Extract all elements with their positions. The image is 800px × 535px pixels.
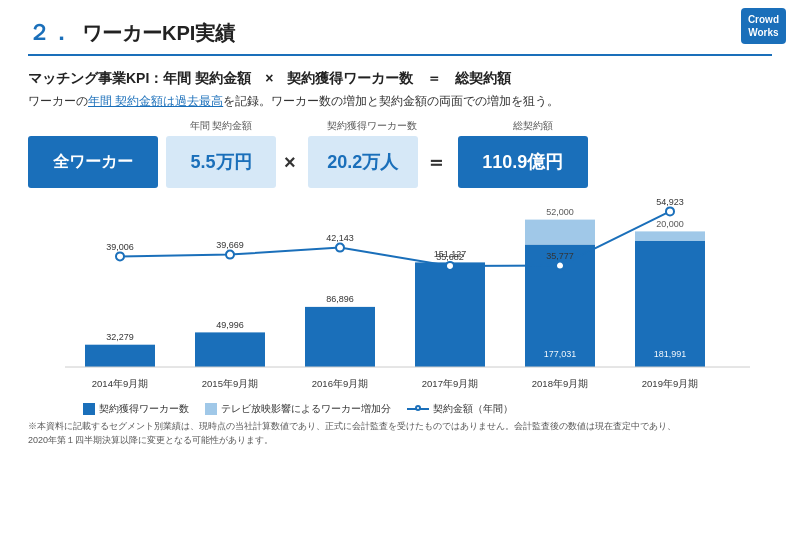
legend-label-tv: テレビ放映影響によるワーカー増加分 — [221, 402, 391, 416]
x-label-2019: 2019年9月期 — [642, 378, 698, 389]
bar-2014-base — [85, 345, 155, 367]
kpi-card-total-value: 110.9億円 — [458, 136, 588, 188]
legend-box-tv — [205, 403, 217, 415]
kpi-sub-highlight: 年間 契約金額は過去最高 — [88, 95, 223, 107]
line-dot-2015 — [226, 251, 234, 259]
bar-line-chart: 32,279 49,996 86,896 151,127 52,000 177,… — [28, 192, 772, 402]
line-dot-2019 — [666, 207, 674, 215]
legend-item-line: 契約金額（年間） — [407, 402, 513, 416]
section-title: ワーカーKPI実績 — [82, 20, 235, 47]
legend-label-workers: 契約獲得ワーカー数 — [99, 402, 189, 416]
kpi-sub-text: ワーカーの年間 契約金額は過去最高を記録。ワーカー数の増加と契約金額の両面での増… — [28, 94, 772, 109]
x-label-2015: 2015年9月期 — [202, 378, 258, 389]
line-label-2019: 54,923 — [656, 197, 684, 207]
bar-2015-label: 49,996 — [216, 320, 244, 330]
line-dot-2017 — [446, 262, 454, 270]
x-label-2017: 2017年9月期 — [422, 378, 478, 389]
bar-2019-base-label: 181,991 — [654, 349, 687, 359]
legend-box-workers — [83, 403, 95, 415]
label-annual: 年間 契約金額 — [166, 119, 276, 133]
kpi-card-acquired-value: 20.2万人 — [308, 136, 418, 188]
x-label-2016: 2016年9月期 — [312, 378, 368, 389]
label-total: 総契約額 — [468, 119, 598, 133]
line-dot-2018 — [556, 262, 564, 270]
section-number: ２． — [28, 18, 72, 48]
line-dot-2016 — [336, 244, 344, 252]
line-label-2016: 42,143 — [326, 233, 354, 243]
bar-2018-tv — [525, 220, 595, 245]
legend-item-workers: 契約獲得ワーカー数 — [83, 402, 189, 416]
kpi-formula: マッチング事業KPI：年間 契約金額 × 契約獲得ワーカー数 ＝ 総契約額 — [28, 70, 772, 88]
bar-2018-base-label: 177,031 — [544, 349, 577, 359]
kpi-card-annual-value: 5.5万円 — [166, 136, 276, 188]
bar-2019-tv-label: 20,000 — [656, 219, 684, 229]
bar-2019-tv — [635, 231, 705, 241]
line-label-2014: 39,006 — [106, 242, 134, 252]
footnote-text: 本資料に記載するセグメント別業績は、現時点の当社計算数値であり、正式に会計監査を… — [28, 421, 676, 445]
kpi-cards-row: 全ワーカー 5.5万円 × 20.2万人 ＝ 110.9億円 — [28, 136, 772, 188]
legend-item-tv: テレビ放映影響によるワーカー増加分 — [205, 402, 391, 416]
line-dot-2014 — [116, 252, 124, 260]
line-label-2018: 35,777 — [546, 251, 574, 261]
bar-2018-tv-label: 52,000 — [546, 207, 574, 217]
legend-line-icon — [407, 403, 429, 415]
footnote: ※本資料に記載するセグメント別業績は、現時点の当社計算数値であり、正式に会計監査… — [28, 420, 772, 447]
crowdworks-logo: CrowdWorks — [741, 8, 786, 44]
page: CrowdWorks ２． ワーカーKPI実績 マッチング事業KPI：年間 契約… — [0, 0, 800, 535]
kpi-card-all-workers: 全ワーカー — [28, 136, 158, 188]
bar-2017-base — [415, 262, 485, 367]
x-label-2014: 2014年9月期 — [92, 378, 148, 389]
kpi-multiply: × — [276, 151, 304, 174]
kpi-formula-text: マッチング事業KPI：年間 契約金額 × 契約獲得ワーカー数 ＝ 総契約額 — [28, 70, 511, 88]
legend-label-line: 契約金額（年間） — [433, 402, 513, 416]
x-label-2018: 2018年9月期 — [532, 378, 588, 389]
section-header: ２． ワーカーKPI実績 — [28, 18, 772, 56]
chart-area: 32,279 49,996 86,896 151,127 52,000 177,… — [28, 192, 772, 402]
kpi-equals: ＝ — [418, 149, 454, 176]
kpi-top-labels: 年間 契約金額 契約獲得ワーカー数 総契約額 — [28, 119, 772, 133]
line-label-2017: 35,682 — [436, 252, 464, 262]
chart-legend: 契約獲得ワーカー数 テレビ放映影響によるワーカー増加分 契約金額（年間） — [83, 402, 772, 416]
bar-2016-label: 86,896 — [326, 294, 354, 304]
bar-2016-base — [305, 307, 375, 367]
bar-2015-base — [195, 332, 265, 367]
bar-2014-label: 32,279 — [106, 332, 134, 342]
footnote-star: ※ — [28, 421, 37, 431]
label-acquired: 契約獲得ワーカー数 — [312, 119, 432, 133]
line-label-2015: 39,669 — [216, 240, 244, 250]
